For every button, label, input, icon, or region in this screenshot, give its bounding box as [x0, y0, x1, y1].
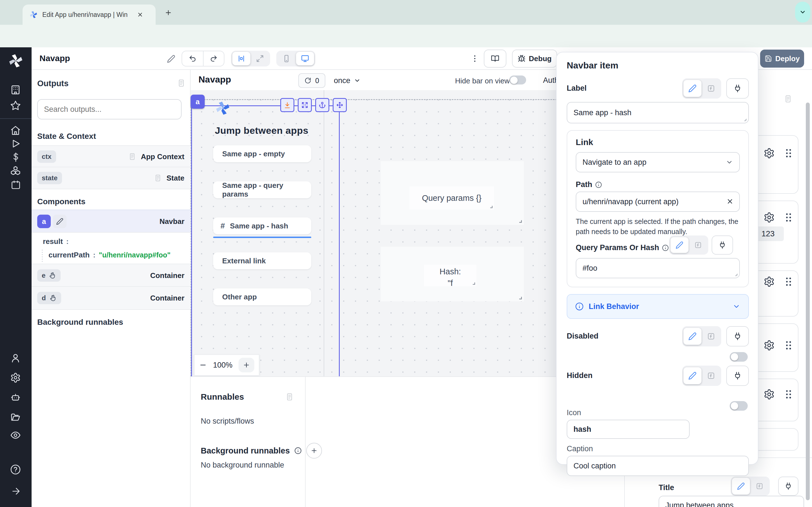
centered-layout-button[interactable] [232, 52, 250, 65]
component-d-row[interactable]: d Container [32, 286, 202, 310]
full-width-layout-button[interactable] [251, 52, 269, 65]
resize-corner-icon[interactable] [516, 217, 522, 223]
edit-title-pencil-icon[interactable] [167, 55, 175, 63]
link-behavior-toggle[interactable]: Link Behavior [567, 294, 749, 319]
hidden-fx-mode-button[interactable] [702, 367, 720, 384]
rail-favorites-icon[interactable] [10, 100, 21, 111]
refresh-count-button[interactable]: 0 [298, 73, 325, 88]
tab-close-icon[interactable] [137, 11, 143, 18]
card-settings-icon[interactable] [763, 276, 775, 287]
resize-handle-icon[interactable] [733, 272, 738, 277]
rail-folders-icon[interactable] [10, 412, 21, 422]
redo-button[interactable] [204, 51, 224, 66]
header-menu-icon[interactable] [470, 54, 479, 63]
title-connect-button[interactable] [778, 476, 799, 496]
current-path-key[interactable]: currentPath [49, 251, 90, 260]
card-drag-handle-icon[interactable] [783, 276, 794, 287]
icon-input[interactable] [567, 420, 690, 439]
state-doc-icon[interactable] [154, 174, 162, 182]
navbar-edit-button[interactable] [53, 215, 66, 228]
scrollbar-thumb[interactable] [806, 103, 810, 500]
hidden-toggle[interactable] [730, 401, 748, 411]
config-doc-icon[interactable] [784, 95, 792, 103]
mobile-view-button[interactable] [277, 52, 296, 65]
nav-item-external-link[interactable]: External link [213, 252, 311, 269]
zoom-out-icon[interactable] [199, 361, 207, 369]
debug-button[interactable]: Debug [512, 50, 557, 68]
hidden-connect-button[interactable] [726, 365, 749, 386]
nav-item-same-app-hash[interactable]: # Same app - hash [213, 217, 311, 234]
docs-button[interactable] [484, 50, 506, 68]
browser-tab[interactable]: Edit App u/henri/navapp | Win [22, 4, 156, 25]
new-tab-icon[interactable] [165, 9, 172, 16]
fullsize-button[interactable] [298, 98, 312, 112]
disabled-toggle[interactable] [730, 352, 748, 362]
title-static-mode-button[interactable] [732, 478, 750, 495]
card-drag-handle-icon[interactable] [783, 148, 794, 159]
label-connect-button[interactable] [726, 78, 749, 99]
query-fx-mode-button[interactable] [689, 237, 707, 253]
add-background-runnable-button[interactable] [306, 443, 322, 459]
outputs-doc-icon[interactable] [177, 79, 186, 87]
query-params-input[interactable] [576, 258, 740, 278]
hash-textbox[interactable]: Hash: "f [424, 265, 476, 286]
rail-users-icon[interactable] [10, 353, 21, 363]
undo-button[interactable] [182, 51, 204, 66]
info-icon[interactable] [662, 244, 669, 251]
rail-schedules-icon[interactable] [11, 180, 21, 190]
ctx-doc-icon[interactable] [128, 153, 136, 161]
query-static-mode-button[interactable] [670, 237, 689, 253]
rail-audit-icon[interactable] [10, 430, 21, 441]
rail-runs-icon[interactable] [11, 138, 21, 149]
label-input[interactable] [567, 102, 749, 123]
resize-handle-icon[interactable] [742, 117, 747, 122]
ctx-row[interactable]: ctx App Context [32, 145, 202, 167]
title-fx-mode-button[interactable] [751, 478, 769, 495]
link-type-select[interactable]: Navigate to an app [576, 152, 740, 172]
disabled-connect-button[interactable] [726, 326, 749, 346]
query-params-textbox[interactable]: Query params {} [409, 186, 494, 210]
card-settings-icon[interactable] [763, 148, 775, 159]
hidden-static-mode-button[interactable] [683, 367, 702, 384]
config-title-input[interactable] [659, 496, 804, 507]
query-connect-button[interactable] [712, 235, 733, 255]
rail-variables-icon[interactable] [11, 152, 21, 162]
nav-item-other-app[interactable]: Other app [213, 288, 311, 305]
query-params-container[interactable]: Query params {} [380, 161, 524, 225]
caption-input[interactable] [567, 456, 749, 476]
runnables-divider[interactable] [305, 376, 306, 507]
rail-collapse-icon[interactable] [11, 486, 21, 496]
disabled-static-mode-button[interactable] [683, 328, 702, 345]
card-drag-handle-icon[interactable] [783, 212, 794, 223]
windmill-logo-icon[interactable] [8, 53, 24, 69]
rail-home-icon[interactable] [10, 125, 21, 136]
resize-corner-icon[interactable] [488, 203, 493, 209]
hash-container[interactable]: Hash: "f [380, 247, 524, 301]
result-key[interactable]: result [43, 237, 63, 246]
desktop-view-button[interactable] [296, 52, 314, 65]
hide-bar-toggle[interactable] [509, 75, 526, 84]
rail-resources-icon[interactable] [10, 166, 21, 176]
rail-workers-icon[interactable] [10, 392, 21, 403]
info-icon[interactable] [294, 447, 302, 454]
rail-workspace-icon[interactable] [10, 84, 21, 95]
label-fx-mode-button[interactable] [702, 80, 720, 97]
clear-path-icon[interactable] [726, 198, 733, 205]
selected-component-tag[interactable]: a [191, 95, 205, 109]
nav-item-query-params[interactable]: Same app - query params [213, 181, 311, 198]
state-row[interactable]: state State [32, 167, 202, 189]
zoom-in-button[interactable] [239, 358, 254, 372]
component-e-row[interactable]: e Container [32, 264, 202, 287]
disabled-fx-mode-button[interactable] [702, 328, 720, 345]
run-mode-select[interactable]: once [334, 73, 361, 88]
info-icon[interactable] [595, 181, 602, 188]
anchor-button[interactable] [315, 98, 329, 112]
nav-item-same-app-empty[interactable]: Same app - empty [213, 145, 311, 162]
path-input[interactable] [576, 191, 740, 212]
label-static-mode-button[interactable] [683, 80, 702, 97]
move-button[interactable] [333, 98, 347, 112]
card-settings-icon[interactable] [763, 389, 775, 400]
runnables-doc-icon[interactable] [285, 393, 294, 401]
search-outputs-input[interactable] [37, 99, 182, 119]
card-settings-icon[interactable] [763, 340, 775, 351]
